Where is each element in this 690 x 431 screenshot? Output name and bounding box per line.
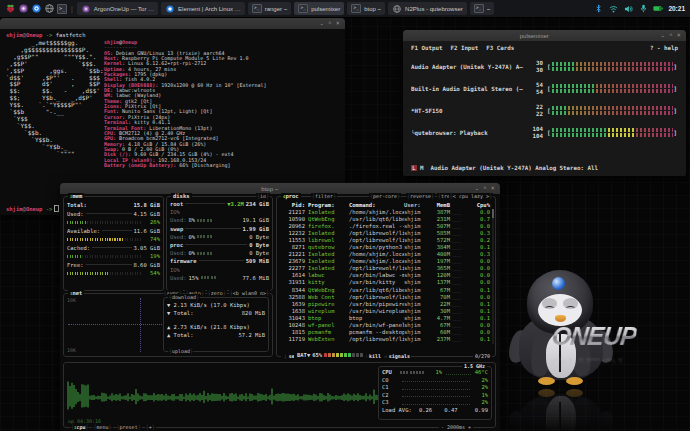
mem-stat: Available:11.6 GiB 74% <box>67 227 160 244</box>
process-row[interactable]: 31043 btop btop shjim 4.7M ⢀⣀⣀⡀ 0.1 <box>281 315 492 322</box>
taskbar-label: Element | Arch Linux … <box>178 6 241 12</box>
reverse-toggle[interactable]: reverse <box>406 193 435 200</box>
element-launcher-icon[interactable] <box>31 4 41 14</box>
mem-meter <box>67 221 142 224</box>
shell-prompt[interactable]: shjim@Oneup -> <box>6 205 59 212</box>
clock[interactable]: 20:21 <box>668 5 685 12</box>
mixer-channel[interactable]: Built-in Audio Digital Stereo (– 5454 [ … <box>411 82 678 95</box>
mixer-channel[interactable]: *HT-SF150 2222 [ ] <box>411 104 678 117</box>
taskbar-button-pulsemixer[interactable]: >_ pulsemixer <box>294 2 344 15</box>
cpu-core-row: C3 2% <box>382 399 488 407</box>
taskbar-label: ranger ~ <box>265 6 288 12</box>
process-row[interactable]: 12232 Isolated /opt/librewolf/libre shji… <box>281 230 492 237</box>
battery-status: BAT▼ 65% <box>294 352 366 358</box>
tor-launcher-icon[interactable] <box>18 4 28 14</box>
minimize-icon[interactable]: ⌄ <box>661 33 666 39</box>
process-row[interactable]: 10248 wf-panel /usr/bin/wf-panel-pi shji… <box>281 322 492 329</box>
menu-button[interactable]: menu <box>92 424 112 431</box>
close-icon[interactable]: ✕ <box>335 21 340 27</box>
tab-cards[interactable]: F3 Cards <box>486 45 514 51</box>
preset-plus-button[interactable]: + <box>145 424 156 431</box>
mem-panel-title: mem <box>72 193 82 199</box>
net-graph-line <box>140 298 141 352</box>
tab-output[interactable]: F1 Output <box>411 45 442 51</box>
volume-icon[interactable] <box>623 4 633 14</box>
disk-entry: firmware509 MiB IO% Used:15%77.6 MiB <box>170 257 269 282</box>
process-row[interactable]: 1639 pipewire /usr/bin/pipewire-pu shjim… <box>281 301 492 308</box>
wifi-icon[interactable] <box>608 4 618 14</box>
maximize-icon[interactable]: ˄ <box>328 21 331 27</box>
process-row[interactable]: 1614 labwc /usr/bin/labwc -m shjim 120M … <box>281 272 492 279</box>
process-row[interactable]: 21217 Isolated /home/shjim/.local/s shji… <box>281 209 492 216</box>
raspberry-menu-icon[interactable] <box>5 4 15 14</box>
disk-entry: root▼3.2M234 GiB IO% Used:8%19.1 GiB <box>170 200 269 225</box>
mem-panel: 2mem Total:15.8 GiB Used:4.15 GiB 26% Av… <box>63 196 164 291</box>
download-label: download <box>168 294 200 301</box>
net-panel: 3net syncautozero<b wlan0 n> 10K 10K dow… <box>63 293 273 357</box>
taskbar-button-btop[interactable]: >_ btop ~ <box>347 2 385 15</box>
volume-meter[interactable] <box>552 62 673 71</box>
battery-percent: 65% <box>312 352 322 358</box>
element-icon <box>165 4 175 14</box>
minimize-icon[interactable]: ⌄ <box>320 21 325 27</box>
mixer-channel[interactable]: Audio Adapter (Unitek Y-247A) A– 3030 [ … <box>411 60 678 73</box>
process-row[interactable]: 31931 kitty /usr/bin/kitty shjim 137M ⢀⣀… <box>281 279 492 286</box>
bluetooth-icon[interactable] <box>593 4 603 14</box>
process-row[interactable]: 11553 librewol /opt/librewolf/libre shji… <box>281 237 492 244</box>
taskbar-button-element[interactable]: Element | Arch Linux … <box>161 2 245 15</box>
process-row[interactable]: 8271 qutebrow /usr/bin/python3 /us shjim… <box>281 244 492 251</box>
taskbar-button-terminal[interactable]: >_ ~ <box>470 2 495 15</box>
volume-meter[interactable] <box>552 106 673 115</box>
close-icon[interactable]: ✕ <box>490 186 495 192</box>
process-row[interactable]: 11719 WebExten /opt/librewolf/libre shji… <box>281 336 492 343</box>
proc-action-button[interactable]: signals <box>382 353 410 360</box>
io-mode-toggle[interactable]: io <box>256 193 270 200</box>
taskbar-button-ranger[interactable]: >_ ranger ~ <box>248 2 292 15</box>
cpu-panel-title: 1cpu <box>70 424 89 431</box>
sort-selector[interactable]: < cpu lazy > <box>449 193 493 200</box>
taskbar-button-tor[interactable]: ArgonOneUp — Tor … <box>77 2 158 15</box>
per-core-toggle[interactable]: per-core <box>369 193 401 200</box>
taskbar-label: btop ~ <box>364 6 381 12</box>
battery-icon[interactable] <box>653 4 663 14</box>
process-count: 0/270 <box>473 353 492 360</box>
btop-content: 2mem Total:15.8 GiB Used:4.15 GiB 26% Av… <box>60 194 500 431</box>
process-row[interactable]: 23679 Isolated /home/shjim/.local/s shji… <box>281 258 492 265</box>
maximize-icon[interactable]: ˄ <box>483 186 486 192</box>
preset-button[interactable]: preset <box>116 424 142 431</box>
process-row[interactable]: 22277 Isolated /opt/librewolf/libre shji… <box>281 265 492 272</box>
terminal-launcher-icon[interactable]: >_ <box>57 4 67 14</box>
globe-launcher-icon[interactable] <box>44 4 54 14</box>
microphone-icon[interactable] <box>638 4 648 14</box>
process-row[interactable]: 21221 Isolated /home/shjim/.local/s shji… <box>281 251 492 258</box>
shell-prompt: shjim@Oneup -> fastfetch <box>6 32 345 39</box>
maximize-icon[interactable]: ˄ <box>669 33 672 39</box>
volume-meter[interactable] <box>552 84 673 93</box>
tab-input[interactable]: F2 Input <box>450 45 478 51</box>
net-graph-line <box>68 324 168 325</box>
process-row[interactable]: 8344 QtWebEng /usr/lib/qt6/libexec shjim… <box>281 287 492 294</box>
filter-button[interactable]: filter <box>311 193 337 200</box>
proc-scrollbar[interactable] <box>492 209 494 344</box>
pulsemixer-titlebar[interactable]: pulsemixer ⌄ ˄ ✕ <box>403 30 686 41</box>
cpu-total-row: CPU 1% 46°C <box>382 369 488 377</box>
mem-stat: Cached:3.05 GiB 19% <box>67 244 160 261</box>
process-row[interactable]: 1815 pcmanfm pcmanfm --desktop shjim 60M… <box>281 329 492 336</box>
fastfetch-titlebar[interactable]: ⌄ ˄ ✕ <box>0 18 345 29</box>
minimize-icon[interactable]: ⌄ <box>475 186 480 192</box>
process-row[interactable]: 1638 wireplum /usr/bin/wireplumber shjim… <box>281 308 492 315</box>
process-row[interactable]: 20962 firefox. ./firefox.real --cla shji… <box>281 223 492 230</box>
taskbar-button-qutebrowser[interactable]: N2Plus - qutebrowser <box>388 2 467 15</box>
process-row[interactable]: 10590 QtWebEng /usr/lib/qt6/libexec shji… <box>281 216 492 223</box>
mixer-channel[interactable]: └qutebrowser: Playback 104104 [ ] <box>411 126 678 139</box>
process-row[interactable]: 32588 Web Cont /opt/librewolf/libre shji… <box>281 294 492 301</box>
cpu-meter <box>400 371 426 374</box>
volume-meter[interactable] <box>552 128 673 137</box>
proc-panel-title: proc <box>285 193 298 199</box>
net-option-button[interactable]: zero <box>207 290 227 297</box>
net-option-button[interactable]: <b wlan0 n> <box>229 290 270 297</box>
refresh-ms-control[interactable]: - 2000ms + <box>439 424 473 431</box>
tor-icon <box>81 4 91 14</box>
pulsemixer-content: F1 Output F2 Input F3 Cards ? - help Aud… <box>403 41 686 176</box>
close-icon[interactable]: ✕ <box>676 33 681 39</box>
